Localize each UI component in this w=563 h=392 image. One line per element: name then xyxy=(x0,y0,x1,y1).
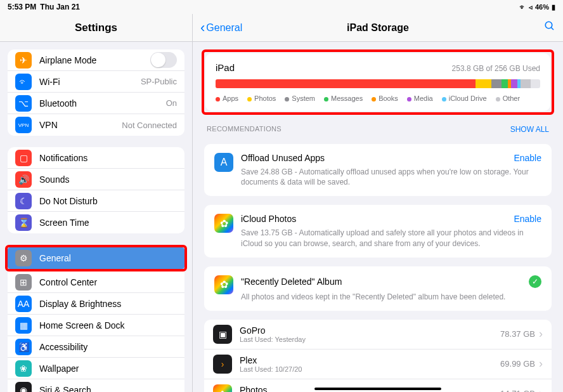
storage-summary-card: iPad 253.8 GB of 256 GB Used AppsPhotosS… xyxy=(205,53,550,111)
search-icon[interactable] xyxy=(544,20,555,35)
legend-item: Media xyxy=(407,95,433,102)
sidebar-item-label: Sounds xyxy=(39,174,177,185)
legend-item: Books xyxy=(372,95,398,102)
recommendation-title: iCloud Photos xyxy=(241,214,296,224)
legend-item: iCloud Drive xyxy=(442,95,487,102)
storage-segment xyxy=(511,79,517,88)
sidebar-item-wallpaper[interactable]: ❀Wallpaper xyxy=(8,358,184,379)
back-button[interactable]: ‹ General xyxy=(200,21,242,35)
sidebar-item-siri-search[interactable]: ◉Siri & Search xyxy=(8,379,184,392)
legend-item: Photos xyxy=(247,95,276,102)
app-name: Plex xyxy=(240,355,302,365)
legend-dot xyxy=(407,97,411,101)
sidebar-item-bluetooth[interactable]: ⌥BluetoothOn xyxy=(8,93,184,114)
app-icon: › xyxy=(213,355,232,374)
svg-line-1 xyxy=(551,27,553,30)
recommendation-card: ✿"Recently Deleted" Album✓All photos and… xyxy=(204,266,552,311)
sidebar-item-notifications[interactable]: ▢Notifications xyxy=(8,147,184,169)
airplane-switch[interactable] xyxy=(150,52,177,68)
sidebar-item-label: Do Not Disturb xyxy=(39,196,177,206)
storage-used: 253.8 GB of 256 GB Used xyxy=(452,64,540,73)
sidebar-item-do-not-disturb[interactable]: ☾Do Not Disturb xyxy=(8,190,184,212)
enable-link[interactable]: Enable xyxy=(514,153,541,163)
sidebar-item-home-screen-dock[interactable]: ▦Home Screen & Dock xyxy=(8,315,184,336)
status-bar: 5:53 PM Thu Jan 21 ᯤ ◃ 46% ▮ xyxy=(0,0,563,14)
page-title: iPad Storage xyxy=(193,22,563,34)
chevron-right-icon: › xyxy=(539,387,543,392)
sidebar-item-label: Notifications xyxy=(39,153,177,163)
storage-segment xyxy=(502,79,508,88)
status-date: Thu Jan 21 xyxy=(40,3,80,11)
sidebar-item-vpn[interactable]: VPNVPNNot Connected xyxy=(8,114,184,136)
legend-dot xyxy=(442,97,446,101)
sidebar-item-label: Bluetooth xyxy=(39,98,166,108)
bluetooth-icon: ⌥ xyxy=(15,95,32,112)
app-row-plex[interactable]: ›PlexLast Used: 10/27/2069.99 GB› xyxy=(204,350,552,379)
do-icon: ☾ xyxy=(15,193,32,209)
legend-item: System xyxy=(285,95,315,102)
app-last-used: Last Used: 10/27/20 xyxy=(240,365,302,373)
storage-legend: AppsPhotosSystemMessagesBooksMediaiCloud… xyxy=(216,95,540,102)
show-all-link[interactable]: SHOW ALL xyxy=(510,125,549,134)
sidebar-item-label: Wallpaper xyxy=(39,363,177,374)
app-size: 14.71 GB xyxy=(500,389,535,392)
recommendation-card: AOffload Unused AppsEnableSave 24.88 GB … xyxy=(204,144,552,196)
sidebar-item-display-brightness[interactable]: AADisplay & Brightness xyxy=(8,293,184,315)
sidebar-item-label: Control Center xyxy=(39,277,177,287)
sidebar-item-sounds[interactable]: 🔊Sounds xyxy=(8,169,184,190)
control-icon: ⊞ xyxy=(15,274,32,291)
chevron-right-icon: › xyxy=(539,327,543,341)
display-icon: AA xyxy=(15,296,32,312)
recommendations-header: RECOMMENDATIONS xyxy=(207,125,282,134)
sidebar-item-wi-fi[interactable]: ᯤWi-FiSP-Public xyxy=(8,71,184,93)
recommendation-title: "Recently Deleted" Album xyxy=(241,277,342,287)
enable-link[interactable]: Enable xyxy=(514,214,541,224)
sidebar-item-label: Screen Time xyxy=(39,218,177,228)
location-icon: ◃ xyxy=(529,3,533,11)
storage-bar xyxy=(216,79,540,88)
siri-icon: ◉ xyxy=(15,382,32,392)
storage-segment xyxy=(491,79,501,88)
sidebar-item-accessibility[interactable]: ♿Accessibility xyxy=(8,336,184,358)
sounds-icon: 🔊 xyxy=(15,171,32,188)
app-last-used: Last Used: Yesterday xyxy=(240,336,306,343)
sidebar-item-general[interactable]: ⚙ General xyxy=(8,247,184,269)
legend-item: Messages xyxy=(324,95,363,102)
app-icon: ✿ xyxy=(213,384,232,392)
sidebar-item-value: Not Connected xyxy=(122,121,177,130)
vpn-icon: VPN xyxy=(15,117,32,133)
app-row-gopro[interactable]: ▣GoProLast Used: Yesterday78.37 GB› xyxy=(204,320,552,350)
sidebar-item-label: Home Screen & Dock xyxy=(39,320,177,330)
app-name: Photos xyxy=(240,385,298,392)
sidebar-item-label: General xyxy=(39,253,177,263)
recommendation-desc: Save 13.75 GB - Automatically upload and… xyxy=(241,228,541,248)
recommendation-desc: Save 24.88 GB - Automatically offload un… xyxy=(241,167,541,187)
storage-segment xyxy=(476,79,492,88)
battery-pct: 46% xyxy=(535,3,549,11)
recommendation-icon: A xyxy=(214,153,233,172)
accessibility-icon: ♿ xyxy=(15,339,32,355)
sidebar-item-label: Display & Brightness xyxy=(39,299,177,309)
settings-sidebar: Settings ✈Airplane ModeᯤWi-FiSP-Public⌥B… xyxy=(0,14,193,392)
sidebar-item-label: Accessibility xyxy=(39,342,177,352)
app-size: 69.99 GB xyxy=(500,359,535,369)
home-indicator xyxy=(314,388,441,390)
highlight-general: ⚙ General xyxy=(5,245,187,271)
sidebar-item-screen-time[interactable]: ⌛Screen Time xyxy=(8,212,184,233)
chevron-left-icon: ‹ xyxy=(200,21,205,35)
sidebar-item-control-center[interactable]: ⊞Control Center xyxy=(8,271,184,293)
sidebar-item-airplane-mode[interactable]: ✈Airplane Mode xyxy=(8,49,184,71)
wifi-icon: ᯤ xyxy=(519,3,526,11)
screen-icon: ⌛ xyxy=(15,214,32,231)
home-icon: ▦ xyxy=(15,317,32,334)
gear-icon: ⚙ xyxy=(15,250,32,266)
app-icon: ▣ xyxy=(213,325,232,344)
recommendation-title: Offload Unused Apps xyxy=(241,153,325,163)
storage-segment xyxy=(216,79,476,88)
storage-segment xyxy=(521,79,530,88)
legend-dot xyxy=(216,97,220,101)
status-time: 5:53 PM xyxy=(8,3,36,11)
app-name: GoPro xyxy=(240,325,306,336)
device-name: iPad xyxy=(216,62,235,73)
back-label: General xyxy=(206,22,242,34)
